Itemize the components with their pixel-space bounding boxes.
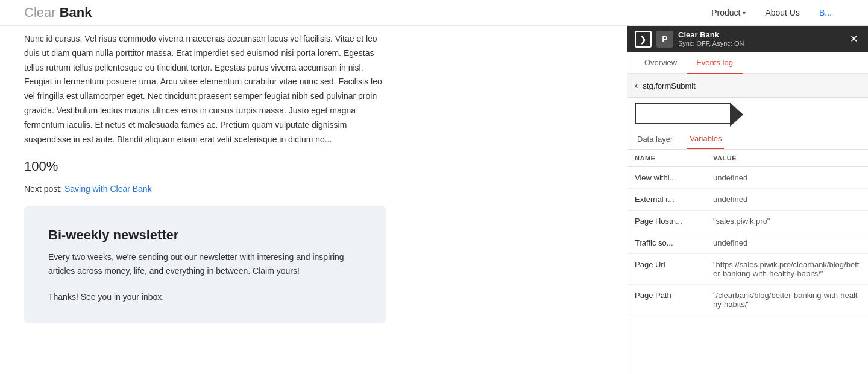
variable-value: undefined [713,173,861,182]
variable-name: Page Url [635,260,713,269]
tab-events-log[interactable]: Events log [687,52,743,74]
panel-expand-button[interactable]: ❯ [635,31,652,48]
nav-link-product[interactable]: Product ▾ [711,8,746,17]
tab-overview[interactable]: Overview [635,52,687,74]
variables-table-header: NAME VALUE [627,150,868,167]
col-header-value: VALUE [713,154,861,162]
logo-light: Clear [24,5,60,20]
variable-row: Page Hostn... "sales.piwik.pro" [627,211,868,232]
variable-name: Traffic so... [635,238,713,247]
variable-row: View withi... undefined [627,167,868,189]
variable-row: Traffic so... undefined [627,232,868,254]
arrow-shape [635,103,731,124]
sub-tab-variables[interactable]: Variables [687,129,724,149]
variable-value: undefined [713,195,861,204]
navbar: Clear Bank Product ▾ About Us B... [0,0,868,26]
panel-title-area: Clear Bank Sync: OFF, Async: ON [678,30,841,48]
zoom-indicator: 100% [24,159,603,174]
logo-bold: Bank [60,5,92,20]
event-name: stg.formSubmit [643,81,861,90]
variable-name: External r... [635,195,713,204]
logo: Clear Bank [24,5,92,21]
sub-tab-data-layer[interactable]: Data layer [635,130,675,148]
variable-name: Page Path [635,291,713,300]
variable-row: Page Path "/clearbank/blog/better-bankin… [627,285,868,315]
variables-table: NAME VALUE View withi... undefined Exter… [627,150,868,374]
event-row: ‹ stg.formSubmit [627,74,868,98]
arrow-shape-container [627,98,868,129]
panel-status: Sync: OFF, Async: ON [678,40,841,48]
variable-row: External r... undefined [627,189,868,211]
nav-link-about[interactable]: About Us [765,8,800,17]
variable-value: "sales.piwik.pro" [713,217,861,226]
newsletter-description: Every two weeks, we're sending out our n… [48,250,362,277]
panel-title: Clear Bank [678,30,841,40]
chevron-down-icon: ▾ [743,10,746,16]
panel-p-icon: P [656,31,673,48]
nav-link-b[interactable]: B... [819,8,832,17]
variable-value: "https://sales.piwik.pro/clearbank/blog/… [713,260,861,278]
sub-tabs: Data layer Variables [627,129,868,150]
event-back-button[interactable]: ‹ [635,80,638,91]
newsletter-thanks: Thanks! See you in your inbox. [48,292,362,302]
main-wrapper: Nunc id cursus. Vel risus commodo viverr… [0,26,868,374]
nav-links: Product ▾ About Us B... [711,8,832,17]
article-body: Nunc id cursus. Vel risus commodo viverr… [24,26,386,147]
right-panel: ❯ P Clear Bank Sync: OFF, Async: ON ✕ Ov… [627,26,868,374]
variable-name: View withi... [635,173,713,182]
variable-row: Page Url "https://sales.piwik.pro/clearb… [627,254,868,285]
panel-tabs: Overview Events log [627,52,868,74]
next-post: Next post: Saving with Clear Bank [24,184,603,194]
newsletter-title: Bi-weekly newsletter [48,227,362,243]
variable-name: Page Hostn... [635,217,713,226]
panel-header: ❯ P Clear Bank Sync: OFF, Async: ON ✕ [627,26,868,52]
col-header-name: NAME [635,154,713,162]
newsletter-box: Bi-weekly newsletter Every two weeks, we… [24,206,386,323]
panel-close-button[interactable]: ✕ [846,32,861,46]
content-area: Nunc id cursus. Vel risus commodo viverr… [0,26,627,374]
variable-value: undefined [713,238,861,247]
variable-value: "/clearbank/blog/better-banking-with-hea… [713,291,861,309]
next-post-link[interactable]: Saving with Clear Bank [64,184,152,194]
